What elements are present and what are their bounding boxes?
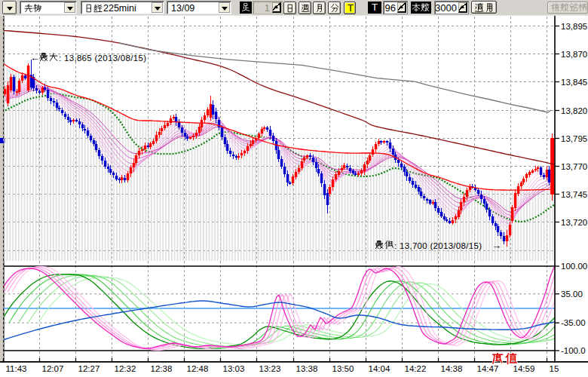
svg-text:13,820: 13,820 — [561, 106, 587, 115]
svg-text:13:50: 13:50 — [332, 364, 354, 373]
svg-text:: 13,700 (2013/08/15): : 13,700 (2013/08/15) — [394, 241, 482, 250]
svg-text:14:04: 14:04 — [369, 364, 390, 373]
svg-text:13,845: 13,845 — [561, 78, 587, 87]
svg-text:13,870: 13,870 — [561, 50, 587, 59]
svg-text:14:59: 14:59 — [513, 364, 535, 373]
svg-text:12:38: 12:38 — [151, 364, 173, 373]
svg-text:13:23: 13:23 — [259, 364, 281, 373]
svg-text:13:03: 13:03 — [223, 364, 245, 373]
svg-text:13,795: 13,795 — [561, 134, 587, 143]
svg-text:12:32: 12:32 — [115, 364, 136, 373]
svg-text:35.00: 35.00 — [561, 290, 583, 299]
svg-text:12:48: 12:48 — [187, 364, 209, 373]
svg-text:13,895: 13,895 — [561, 22, 587, 31]
svg-text:-35.00: -35.00 — [561, 318, 586, 327]
svg-text:12:27: 12:27 — [78, 364, 100, 373]
svg-text:14:22: 14:22 — [405, 364, 427, 373]
svg-text:15: 15 — [550, 364, 559, 373]
svg-text:14:38: 14:38 — [441, 364, 463, 373]
svg-text:: 13,865 (2013/08/15): : 13,865 (2013/08/15) — [59, 54, 146, 63]
svg-text:11:43: 11:43 — [6, 364, 27, 373]
svg-text:→: → — [492, 240, 501, 251]
svg-text:13,770: 13,770 — [561, 162, 587, 171]
svg-text:13:38: 13:38 — [296, 364, 318, 373]
svg-text:13,720: 13,720 — [561, 218, 587, 227]
svg-text:13,745: 13,745 — [561, 190, 587, 199]
svg-text:←: ← — [30, 52, 40, 63]
svg-text:100.00: 100.00 — [561, 262, 587, 271]
svg-text:14:47: 14:47 — [477, 364, 499, 373]
svg-text:12:07: 12:07 — [42, 364, 64, 373]
svg-text:-100.0: -100.0 — [561, 346, 586, 355]
